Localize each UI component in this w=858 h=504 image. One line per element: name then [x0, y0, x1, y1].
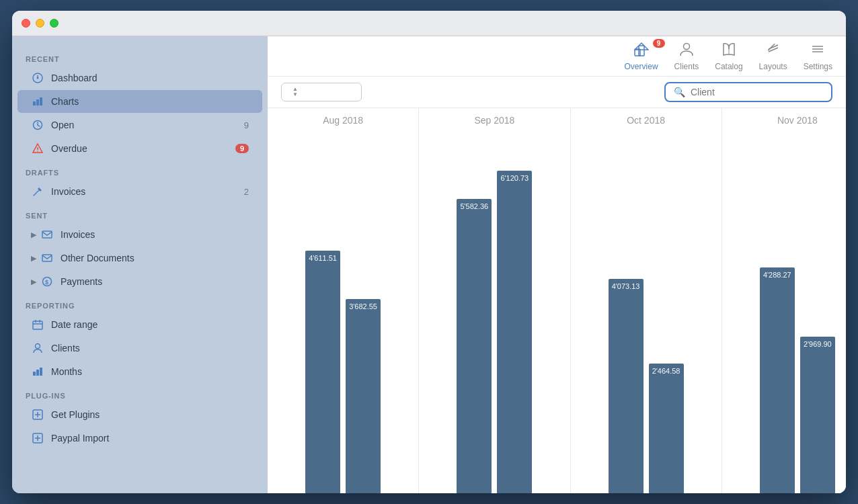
settings-tab-icon: [810, 42, 825, 60]
search-icon: 🔍: [674, 87, 685, 97]
chart-bar-group: 2'969.90: [800, 132, 835, 493]
add-button[interactable]: [368, 82, 389, 102]
sidebar-item-clients[interactable]: Clients: [17, 337, 262, 360]
dropdown-arrows-icon: ▲ ▼: [292, 87, 298, 97]
minimize-button[interactable]: [36, 19, 44, 28]
chart-bar-value: 4'288.27: [763, 271, 791, 279]
chart-month-label: Oct 2018: [571, 108, 722, 126]
svg-rect-31: [639, 46, 644, 56]
chart-bar: 6'120.73: [497, 171, 532, 493]
chart-bar-group: 5'582.36: [457, 132, 492, 493]
sidebar-item-paypal-import[interactable]: Paypal Import: [17, 427, 262, 450]
sidebar-section-label: DRAFTS: [12, 161, 268, 179]
sidebar-item-payments[interactable]: ▶$Payments: [17, 270, 262, 293]
title-bar: [12, 11, 846, 36]
sidebar-item-open[interactable]: Open9: [17, 114, 262, 136]
sidebar-item-dashboard[interactable]: Dashboard: [17, 67, 262, 89]
nav-tab-label-clients: Clients: [674, 62, 699, 71]
sidebar-item-charts[interactable]: Charts: [17, 90, 262, 113]
sidebar-item-sent-other[interactable]: ▶Other Documents: [17, 247, 262, 269]
nav-tabs: 9OverviewClientsCatalogLayoutsSettings: [625, 42, 832, 71]
sidebar-section-label: SENT: [12, 204, 268, 222]
date-range-icon: [31, 318, 44, 331]
nav-tab-layouts[interactable]: Layouts: [759, 42, 787, 71]
search-input[interactable]: [691, 87, 812, 97]
toolbar: ▲ ▼ 🔍: [268, 77, 846, 108]
chart-bar: 5'582.36: [457, 199, 492, 493]
sidebar-item-months[interactable]: Months: [17, 360, 262, 383]
nav-tab-label-catalog: Catalog: [715, 62, 742, 71]
nav-tab-badge-overview: 9: [653, 39, 665, 48]
chart-bars-container: 4'073.132'464.58: [571, 126, 722, 493]
close-button[interactable]: [22, 19, 30, 28]
catalog-tab-icon: [722, 42, 736, 60]
sidebar-item-sent-invoices[interactable]: ▶Invoices: [17, 223, 262, 246]
charts-icon: [31, 95, 44, 108]
sidebar-item-overdue[interactable]: Overdue9: [17, 137, 262, 160]
svg-rect-22: [36, 370, 39, 376]
svg-rect-4: [36, 99, 39, 106]
chart-bar-value: 2'969.90: [804, 340, 832, 348]
nav-tab-overview[interactable]: 9Overview: [625, 42, 658, 71]
top-bar: 9OverviewClientsCatalogLayoutsSettings: [268, 36, 846, 77]
chart-bars-container: 4'288.272'969.90: [722, 126, 846, 493]
svg-rect-23: [40, 368, 42, 376]
chart-month-label: Sep 2018: [419, 108, 570, 126]
sidebar-item-label-dashboard: Dashboard: [51, 73, 249, 83]
payments-icon: $: [40, 275, 54, 288]
sidebar-item-get-plugins[interactable]: Get Plugins: [17, 403, 262, 426]
sidebar-item-drafts-invoices[interactable]: Invoices2: [17, 180, 262, 203]
clients-icon: [31, 341, 44, 355]
chart-month: Aug 20184'611.513'682.55: [268, 108, 419, 493]
sidebar-item-label-drafts-invoices: Invoices: [51, 186, 244, 197]
sidebar-item-count-open: 9: [244, 120, 249, 130]
chart-bar-value: 6'120.73: [500, 174, 529, 182]
main-dropdown[interactable]: ▲ ▼: [281, 83, 362, 101]
open-icon: [31, 118, 44, 132]
sent-other-icon: [40, 251, 54, 265]
sidebar-item-label-payments: Payments: [61, 276, 249, 287]
nav-tab-clients[interactable]: Clients: [674, 42, 699, 71]
svg-point-20: [36, 344, 40, 349]
chart-month: Oct 20184'073.132'464.58: [571, 108, 722, 493]
nav-tab-catalog[interactable]: Catalog: [715, 42, 742, 71]
paypal-import-icon: [31, 431, 44, 445]
svg-point-33: [683, 43, 689, 49]
chevron-icon: ▶: [31, 278, 36, 286]
chart-month: Sep 20185'582.366'120.73: [419, 108, 570, 493]
months-icon: [31, 365, 44, 378]
svg-rect-3: [33, 101, 36, 106]
nav-tab-settings[interactable]: Settings: [804, 42, 832, 71]
dashboard-icon: [31, 71, 44, 85]
nav-tab-label-settings: Settings: [804, 62, 832, 71]
overview-tab-icon: 9: [634, 42, 649, 60]
sidebar-section-label: REPORTING: [12, 294, 268, 312]
chart-bar-group: 4'611.51: [305, 132, 340, 493]
sidebar-item-label-charts: Charts: [51, 96, 249, 107]
maximize-button[interactable]: [50, 19, 58, 28]
search-box[interactable]: 🔍: [664, 82, 832, 102]
traffic-lights: [22, 19, 58, 28]
svg-rect-12: [42, 231, 52, 238]
svg-rect-13: [42, 255, 52, 261]
nav-tab-label-layouts: Layouts: [759, 62, 787, 71]
svg-point-2: [37, 77, 39, 79]
chart-month-label: Aug 2018: [268, 108, 418, 126]
svg-rect-21: [33, 372, 36, 376]
main-content: RECENTDashboardChartsOpen9Overdue9DRAFTS…: [12, 36, 846, 493]
sidebar-item-label-months: Months: [51, 366, 249, 377]
chevron-icon: ▶: [31, 230, 36, 239]
sidebar-item-count-drafts-invoices: 2: [244, 187, 249, 197]
sidebar-item-label-get-plugins: Get Plugins: [51, 409, 249, 420]
chart-bar-value: 2'464.58: [652, 367, 680, 375]
sidebar-item-date-range[interactable]: Date range: [17, 313, 262, 336]
chart-area: Aug 20184'611.513'682.55Sep 20185'582.36…: [268, 108, 846, 493]
chart-bar-group: 3'682.55: [346, 132, 381, 493]
sent-invoices-icon: [40, 228, 54, 241]
clients-tab-icon: [679, 42, 694, 60]
sidebar-item-label-sent-invoices: Invoices: [61, 229, 249, 240]
chart-month-label: Nov 2018: [722, 108, 846, 126]
sidebar-section-label: RECENT: [12, 47, 268, 66]
nav-tab-label-overview: Overview: [625, 62, 658, 71]
overdue-icon: [31, 142, 44, 155]
